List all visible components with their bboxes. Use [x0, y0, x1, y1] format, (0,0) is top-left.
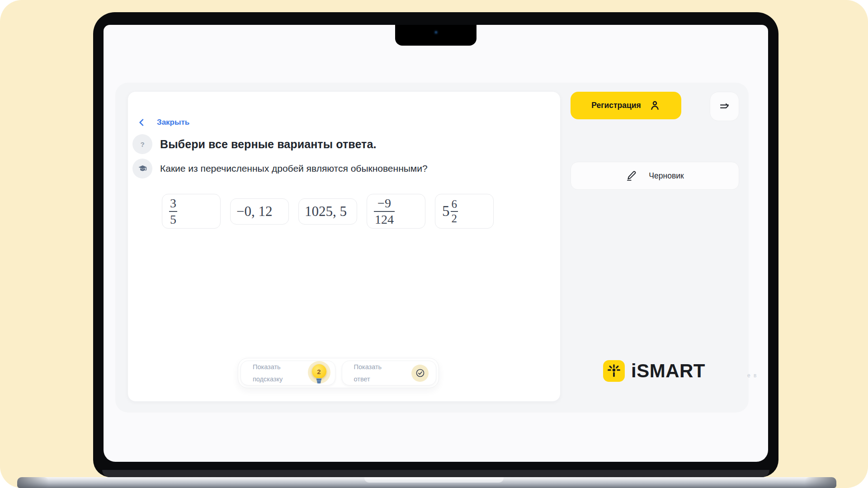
draft-label: Черновик	[649, 171, 684, 181]
show-hint-label: Показать подсказку	[253, 361, 283, 385]
camera-dot	[435, 31, 437, 33]
laptop-hinge	[102, 470, 769, 477]
check-circle-icon	[411, 365, 429, 382]
graduation-cap-icon	[132, 159, 152, 178]
brand-name: iSMART	[631, 360, 705, 382]
hint-bar: Показать подсказку 2 Показать ответ	[238, 358, 439, 388]
chevron-left-icon	[138, 118, 145, 127]
answers-row: 3 5 −0, 12 1025, 5 −9 124	[162, 194, 494, 229]
fraction: −9 124	[374, 196, 395, 226]
prompt-text: Какие из перечисленных дробей являются о…	[160, 163, 428, 174]
close-link[interactable]: Закрыть	[138, 118, 189, 127]
register-label: Регистрация	[591, 101, 641, 110]
lightbulb-icon: 2	[308, 361, 330, 385]
answer-option-5[interactable]: 5 6 2	[435, 194, 494, 229]
spark-burst-icon	[603, 360, 625, 382]
close-label: Закрыть	[157, 118, 189, 127]
mixed-number: 5 6 2	[442, 197, 458, 225]
answer-option-2[interactable]: −0, 12	[230, 198, 289, 225]
pencil-icon	[626, 170, 637, 182]
prompt-row: Какие из перечисленных дробей являются о…	[132, 159, 428, 178]
double-arrow-right-icon	[718, 100, 731, 113]
cutoff-text: е в	[747, 372, 757, 379]
sidebar-toggle-button[interactable]	[710, 92, 739, 121]
laptop-base	[17, 477, 836, 488]
instruction-row: ? Выбери все верные варианты ответа.	[132, 134, 376, 154]
brand-logo: iSMART	[603, 360, 705, 382]
show-answer-button[interactable]: Показать ответ	[342, 361, 437, 385]
question-mark-icon: ?	[132, 134, 152, 154]
laptop-frame: Закрыть ? Выбери все верные варианты отв…	[93, 12, 778, 477]
hint-count-badge: 2	[312, 364, 326, 379]
answer-option-4[interactable]: −9 124	[367, 194, 425, 229]
fraction: 3 5	[169, 196, 177, 226]
register-button[interactable]: Регистрация	[571, 92, 681, 119]
camera-notch	[395, 25, 476, 46]
instruction-text: Выбери все верные варианты ответа.	[160, 138, 376, 151]
answer-option-1[interactable]: 3 5	[162, 194, 221, 229]
question-card: Закрыть ? Выбери все верные варианты отв…	[127, 91, 561, 402]
answer-option-3[interactable]: 1025, 5	[298, 198, 357, 225]
laptop-screen: Закрыть ? Выбери все верные варианты отв…	[104, 25, 768, 462]
person-icon	[649, 100, 660, 111]
laptop-thumb-scoop	[364, 477, 504, 483]
page: Закрыть ? Выбери все верные варианты отв…	[0, 0, 868, 488]
show-hint-button[interactable]: Показать подсказку 2	[241, 361, 335, 385]
show-answer-label: Показать ответ	[354, 361, 382, 385]
draft-button[interactable]: Черновик	[571, 162, 739, 190]
